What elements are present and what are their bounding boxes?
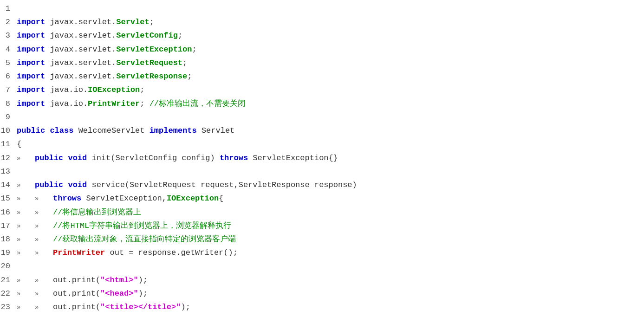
line-number: 16: [0, 206, 10, 219]
code-line: [17, 2, 644, 15]
code-line: » » //将HTML字符串输出到浏览器上，浏览器解释执行: [17, 219, 644, 233]
code-line: » » out.print("<head>");: [17, 287, 644, 300]
line-number: 8: [0, 97, 10, 110]
line-number: 11: [0, 137, 10, 151]
line-numbers: 1234567891011121314151617181920212223242…: [0, 2, 13, 317]
code-line: [17, 165, 644, 178]
code-line: import javax.servlet.ServletRequest;: [17, 56, 644, 70]
code-line: [17, 259, 644, 273]
code-line: » » throws ServletException,IOException{: [17, 192, 644, 205]
line-number: 17: [0, 219, 10, 233]
code-line: public class WelcomeServlet implements S…: [17, 124, 644, 137]
code-lines: import javax.servlet.Servlet;import java…: [13, 2, 644, 317]
line-number: 3: [0, 29, 10, 42]
code-line: » » out.print("</head>");: [17, 314, 644, 317]
code-line: import javax.servlet.ServletConfig;: [17, 29, 644, 42]
line-number: 23: [0, 300, 10, 314]
line-number: 12: [0, 151, 10, 165]
code-line: » » out.print("<html>");: [17, 273, 644, 287]
line-number: 19: [0, 246, 10, 259]
code-line: import javax.servlet.ServletException;: [17, 43, 644, 56]
line-number: 2: [0, 15, 10, 29]
line-number: 5: [0, 56, 10, 70]
code-line: import java.io.IOException;: [17, 83, 644, 97]
code-line: » » //将信息输出到浏览器上: [17, 206, 644, 219]
line-number: 18: [0, 233, 10, 246]
line-number: 1: [0, 2, 10, 15]
code-line: import java.io.PrintWriter; //标准输出流，不需要关…: [17, 97, 644, 110]
line-number: 7: [0, 83, 10, 97]
code-line: {: [17, 137, 644, 151]
line-number: 22: [0, 287, 10, 300]
line-number: 10: [0, 124, 10, 137]
line-number: 6: [0, 70, 10, 83]
line-number: 15: [0, 192, 10, 205]
line-number: 9: [0, 110, 10, 124]
code-line: » » PrintWriter out = response.getWriter…: [17, 246, 644, 259]
code-line: import javax.servlet.Servlet;: [17, 15, 644, 29]
line-number: 21: [0, 273, 10, 287]
line-number: 20: [0, 259, 10, 273]
line-number: 4: [0, 43, 10, 56]
code-container: 1234567891011121314151617181920212223242…: [0, 0, 644, 317]
code-line: import javax.servlet.ServletResponse;: [17, 70, 644, 83]
code-line: » » //获取输出流对象，流直接指向特定的浏览器客户端: [17, 233, 644, 246]
line-number: 13: [0, 165, 10, 178]
code-line: » public void init(ServletConfig config)…: [17, 151, 644, 165]
line-number: 24: [0, 314, 10, 317]
line-number: 14: [0, 178, 10, 192]
code-line: [17, 110, 644, 124]
code-line: » » out.print("<title></title>");: [17, 300, 644, 314]
code-line: » public void service(ServletRequest req…: [17, 178, 644, 192]
